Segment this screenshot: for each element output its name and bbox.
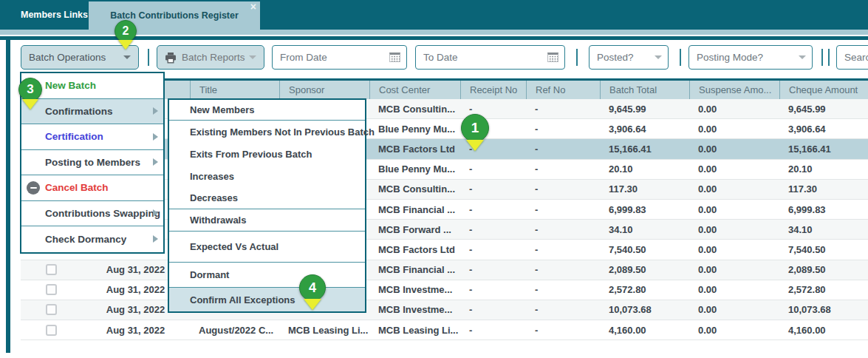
posting-mode-select-value: Posting Mode? [697, 52, 763, 63]
submenu-item-withdrawals[interactable]: Withdrawals [169, 209, 365, 232]
batch-reports-button[interactable]: Batch Reports [157, 45, 264, 70]
cell-batch-total: 10,073.68 [600, 300, 689, 320]
posting-mode-select[interactable]: Posting Mode? [688, 45, 813, 70]
cell-batch-total: 7,540.50 [600, 240, 689, 259]
batch-operations-button[interactable]: Batch Operations [21, 45, 139, 70]
toolbar-separator [828, 49, 830, 66]
cell-cost-center: MCB Leasing Li... [369, 320, 460, 340]
submenu-arrow-icon [153, 107, 158, 115]
table-row[interactable]: Aug 31, 2022MCB Investme...--10,073.680.… [21, 300, 868, 320]
close-tab-icon[interactable]: × [250, 1, 256, 12]
cell-ref-no: - [526, 300, 600, 320]
cell-cost-center: Blue Penny Mu... [369, 119, 460, 138]
row-checkbox[interactable] [46, 284, 57, 295]
toolbar-separator [148, 49, 149, 66]
menu-item-label: New Batch [45, 80, 96, 91]
cell-cost-center: MCB Investme... [369, 300, 460, 320]
cell-suspense-amount: 0.00 [689, 99, 779, 118]
cell-receipt-no: - [460, 280, 526, 300]
batch-operations-label: Batch Operations [29, 52, 106, 63]
calendar-icon[interactable] [389, 53, 400, 62]
toolbar-separator [576, 49, 578, 66]
cell-cheque-amount: 3,906.64 [779, 119, 868, 138]
cell-checkbox [21, 280, 81, 300]
cell-ref-no: - [526, 119, 600, 138]
submenu-item-increases[interactable]: Increases [169, 165, 365, 187]
cell-receipt-no: - [460, 260, 526, 280]
cell-ref-no: - [526, 220, 600, 239]
panel-left-border [6, 36, 10, 353]
tab-members-links[interactable]: Members Links [13, 0, 95, 30]
menu-item-label: Certification [45, 131, 103, 142]
cell-ref-no: - [526, 260, 600, 280]
menu-item-confirmations[interactable]: Confirmations [21, 99, 163, 125]
column-header-cost-center[interactable]: Cost Center [369, 81, 460, 99]
cell-sponsor: MCB Leasing Li... [279, 320, 369, 340]
menu-item-certification[interactable]: Certification [21, 124, 163, 150]
table-row[interactable]: Aug 31, 2022MCB Financial ...--2,089.500… [21, 260, 868, 280]
cell-ref-no: - [526, 180, 600, 199]
column-header-batch-total[interactable]: Batch Total [600, 81, 689, 99]
column-header-suspense-amo[interactable]: Suspense Amo... [689, 81, 779, 99]
tab-batch-contributions-register[interactable]: Batch Contributions Register × [89, 1, 260, 30]
cell-cost-center: MCB Consultin... [369, 99, 460, 118]
cell-cost-center: MCB Financial ... [369, 200, 460, 219]
submenu-item-dormant[interactable]: Dormant [169, 263, 365, 288]
cell-cost-center: MCB Factors Ltd [369, 139, 460, 158]
column-header-cheque-amount[interactable]: Cheque Amount [779, 81, 868, 99]
cell-suspense-amount: 0.00 [689, 240, 779, 259]
table-row[interactable]: Aug 31, 2022MCB Investme...--2,572.800.0… [21, 280, 868, 300]
cell-cost-center: Blue Penny Mu... [369, 160, 460, 179]
cell-cheque-amount: 15,166.41 [779, 139, 868, 158]
cell-cheque-amount: 4,160.00 [779, 320, 868, 340]
menu-item-cancel-batch[interactable]: Cancel Batch [21, 175, 163, 201]
row-checkbox[interactable] [46, 325, 57, 336]
cell-receipt-no: - [460, 220, 526, 239]
cell-ref-no: - [526, 200, 600, 219]
cell-receipt-no: - [460, 180, 526, 199]
posted-select-value: Posted? [597, 52, 634, 63]
column-header-title[interactable]: Title [190, 81, 279, 99]
submenu-arrow-icon [153, 133, 158, 141]
submenu-item-existing-members-not-in-previous-batch[interactable]: Existing Members Not In Previous Batch [169, 121, 365, 143]
menu-item-posting-to-members[interactable]: Posting to Members [21, 150, 163, 176]
cell-receipt-no: - [460, 139, 526, 158]
tab-bar: Members Links Batch Contributions Regist… [0, 0, 868, 30]
chevron-down-icon [655, 55, 662, 59]
column-header-ref-no[interactable]: Ref No [526, 81, 600, 99]
from-date-input[interactable] [280, 52, 389, 63]
calendar-icon[interactable] [547, 53, 558, 62]
row-checkbox[interactable] [46, 304, 57, 315]
menu-item-contributions-swapping[interactable]: Contributions Swapping [21, 201, 163, 227]
posted-select[interactable]: Posted? [589, 45, 669, 70]
cell-batch-total: 3,906.64 [600, 119, 689, 138]
cell-cheque-amount: 34.10 [779, 220, 868, 239]
cell-checkbox [21, 300, 81, 320]
row-checkbox[interactable] [46, 264, 57, 275]
menu-item-new-batch[interactable]: New Batch [21, 73, 163, 99]
submenu-item-new-members[interactable]: New Members [169, 100, 365, 121]
submenu-item-decreases[interactable]: Decreases [169, 187, 365, 209]
column-header-sponsor[interactable]: Sponsor [279, 81, 369, 99]
menu-item-check-dormancy[interactable]: Check Dormancy [21, 226, 163, 252]
submenu-item-exits-from-previous-batch[interactable]: Exits From Previous Batch [169, 143, 365, 165]
cell-cheque-amount: 2,572.80 [779, 280, 868, 300]
cell-ref-no: - [526, 99, 600, 118]
cell-cheque-amount: 2,089.50 [779, 260, 868, 280]
cell-ref-no: - [526, 280, 600, 300]
cell-title: August/2022 C... [190, 320, 279, 340]
cell-cheque-amount: 10,073.68 [779, 300, 868, 320]
submenu-item-expected-vs-actual[interactable]: Expected Vs Actual [169, 232, 365, 263]
to-date-input[interactable] [423, 52, 547, 63]
tab-underline-strip [0, 30, 868, 35]
cell-batch-total: 20.10 [600, 160, 689, 179]
search-input[interactable] [844, 52, 868, 63]
cell-checkbox [21, 320, 81, 340]
menu-item-label: Cancel Batch [45, 182, 109, 193]
cell-suspense-amount: 0.00 [689, 220, 779, 239]
submenu-item-confirm-all-exceptions[interactable]: Confirm All Exceptions [169, 288, 365, 311]
table-row[interactable]: Aug 31, 2022August/2022 C...MCB Leasing … [21, 320, 868, 340]
batch-reports-label: Batch Reports [182, 52, 245, 63]
column-header-receipt-no[interactable]: Receipt No [460, 81, 526, 99]
chevron-down-icon [799, 55, 806, 59]
